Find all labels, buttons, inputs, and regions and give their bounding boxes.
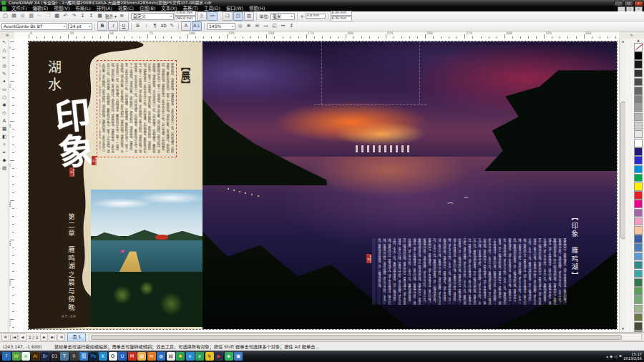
palette-color-swatch[interactable] [634, 243, 643, 252]
palette-color-swatch[interactable] [634, 217, 643, 226]
undo-icon[interactable]: ↶ [62, 12, 69, 20]
taskbar-icon-360-browser[interactable]: e [21, 352, 30, 361]
article-text-frame[interactable]: 暮色四合，霞光满天，湖上金波荡漾，倦鸟归林。紫霭沉沉处，渔舟唱晚；星火点点时，水… [372, 238, 567, 304]
palette-color-swatch[interactable] [634, 305, 643, 313]
next-page-button[interactable]: ▶ [40, 333, 48, 341]
palette-color-swatch[interactable] [634, 122, 643, 130]
smart-fill-tool[interactable]: ✦ [0, 78, 9, 86]
bold-button[interactable]: B [97, 21, 107, 31]
add-page-button[interactable]: ⊞ [1, 333, 9, 341]
current-page-button[interactable]: ◫ [233, 11, 243, 21]
minimize-button[interactable]: _ [614, 1, 623, 6]
outline-pen-tool[interactable]: ✒ [0, 149, 9, 157]
palette-color-swatch[interactable] [634, 278, 643, 287]
ellipse-tool[interactable]: ○ [0, 94, 9, 102]
new-document-icon[interactable]: ▢ [1, 12, 9, 20]
palette-color-swatch[interactable] [634, 78, 643, 87]
palette-color-swatch[interactable] [634, 322, 643, 331]
prev-page-button[interactable]: ◀ [19, 333, 26, 341]
last-page-button[interactable]: ▶| [49, 333, 57, 341]
taskbar-icon-qq[interactable]: Q [109, 352, 117, 361]
export-icon[interactable]: ↥ [87, 12, 95, 20]
horizontal-scroll-thumb[interactable] [91, 335, 622, 340]
nudge-field[interactable]: 3.0 mm [306, 14, 326, 19]
palette-color-swatch[interactable] [634, 52, 643, 60]
font-size-select[interactable]: 24 pt▾ [68, 23, 92, 30]
zoom-all-icon[interactable]: ◱ [270, 22, 278, 30]
edit-text-icon[interactable]: ✎ [168, 22, 176, 30]
duplicate-x-field[interactable]: 6.35 mm [331, 11, 352, 16]
copy-icon[interactable]: ❐ [44, 12, 52, 20]
eyedropper-tool[interactable]: ✧ [0, 141, 9, 149]
landscape-button[interactable]: ▭ [208, 11, 218, 21]
palette-color-swatch[interactable] [634, 165, 643, 174]
palette-color-swatch[interactable] [634, 104, 643, 112]
zoom-level-select[interactable]: 140%▾ [207, 23, 235, 30]
taskbar-icon-parrot-app[interactable]: ♣ [176, 352, 185, 361]
taskbar-icon-image-app[interactable]: 图 [79, 352, 88, 361]
taskbar-icon-bridge[interactable]: Br [41, 352, 49, 361]
import-icon[interactable]: ↧ [79, 12, 87, 20]
article-text-frame[interactable]: 晨光初起，湖面如镜，薄雾轻笼，水色天光共一处。远山含黛，近树凝翠，雁影掠过长空，… [97, 60, 177, 157]
zoom-page-width-icon[interactable]: ↔ [279, 22, 287, 30]
palette-color-swatch[interactable] [634, 226, 643, 235]
redo-icon[interactable]: ↷ [70, 12, 78, 20]
basic-shapes-tool[interactable]: ◇ [0, 109, 9, 117]
taskbar-icon-green-app[interactable]: ◈ [225, 352, 233, 361]
palette-color-swatch[interactable] [634, 261, 643, 270]
align-left-icon[interactable]: ≣ [134, 22, 142, 30]
paper-type-select[interactable]: 自定义▾ [131, 13, 174, 20]
app-launcher-icon[interactable]: ▦ [96, 12, 104, 20]
taskbar-icon-folder[interactable]: ▤ [137, 352, 146, 361]
options-icon[interactable]: ≡ [118, 12, 126, 20]
menu-编辑(E)[interactable]: 编辑(E) [29, 6, 51, 11]
palette-color-swatch[interactable] [634, 60, 643, 69]
zoom-page-height-icon[interactable]: ↕ [288, 22, 296, 30]
menu-布局(L)[interactable]: 布局(L) [72, 6, 93, 11]
selected-spread[interactable]: 湖水 印象 雁鸣湖印 第二章 雁鸣湖之晨与傍晚 07-08 晨光初起，湖面如镜，… [29, 41, 617, 329]
palette-color-swatch[interactable] [634, 87, 643, 95]
menu-视图(V)[interactable]: 视图(V) [51, 6, 72, 11]
taskbar-icon-dark-app[interactable]: R [70, 352, 79, 361]
palette-color-swatch[interactable] [634, 156, 643, 165]
close-button[interactable]: ✕ [634, 1, 643, 6]
zoom-selected-icon[interactable]: ▭ [262, 22, 270, 30]
taskbar-icon-pinwheel-app[interactable]: W [12, 352, 21, 361]
palette-color-swatch[interactable] [634, 313, 643, 322]
polygon-tool[interactable]: ✱ [0, 102, 9, 109]
taskbar-clock[interactable]: 15:17 2013/2/16 [623, 352, 642, 361]
character-formatting-icon[interactable]: ab [160, 22, 167, 30]
palette-color-swatch[interactable] [634, 287, 643, 295]
vertical-text-button[interactable]: A↓ [192, 21, 202, 31]
palette-color-swatch[interactable] [634, 95, 643, 104]
taskbar-icon-ie[interactable]: e [186, 352, 195, 361]
layout-button[interactable]: ▥ [244, 11, 254, 21]
menu-位图(B)[interactable]: 位图(B) [137, 6, 158, 11]
palette-color-swatch[interactable] [634, 270, 643, 278]
taskbar-icon-evernote[interactable]: e [195, 352, 204, 361]
blend-tool[interactable]: ◧ [0, 133, 9, 141]
palette-color-swatch[interactable] [634, 174, 643, 182]
taskbar-icon-foxmail[interactable]: M [128, 352, 137, 361]
palette-color-swatch[interactable] [634, 191, 643, 200]
palette-color-swatch[interactable] [634, 235, 643, 243]
italic-button[interactable]: I [108, 21, 118, 31]
horizontal-text-button[interactable]: A [181, 21, 191, 31]
text-tool[interactable]: A [0, 117, 9, 125]
units-select[interactable]: 毫米▾ [270, 13, 295, 20]
taskbar-icon-capture-app[interactable]: 01 [51, 352, 59, 361]
taskbar-icon-browser-globe[interactable]: F [2, 352, 11, 361]
right-page-sunset-photo[interactable]: 暮色四合，霞光满天，湖上金波荡漾，倦鸟归林。紫霭沉沉处，渔舟唱晚；星火点点时，水… [203, 41, 617, 329]
fill-tool[interactable]: ◆ [0, 157, 9, 165]
first-page-button[interactable]: |◀ [10, 333, 18, 341]
taskbar-icon-media-player[interactable]: ▶ [215, 352, 223, 361]
interactive-fill-tool[interactable]: ▨ [0, 165, 9, 172]
menu-排列(A)[interactable]: 排列(A) [94, 6, 115, 11]
taskbar-icon-blue-tool[interactable]: T [60, 352, 69, 361]
guideline-vertical[interactable] [419, 41, 420, 104]
horizontal-scrollbar[interactable] [89, 333, 642, 341]
taskbar-icon-uc-browser[interactable]: U [118, 352, 127, 361]
snap-dropdown[interactable]: 贴齐 ▾ [105, 14, 117, 19]
font-select[interactable]: AvantGarde Bk BT▾ [1, 23, 67, 30]
left-page[interactable]: 湖水 印象 雁鸣湖印 第二章 雁鸣湖之晨与傍晚 07-08 晨光初起，湖面如镜，… [29, 41, 203, 329]
